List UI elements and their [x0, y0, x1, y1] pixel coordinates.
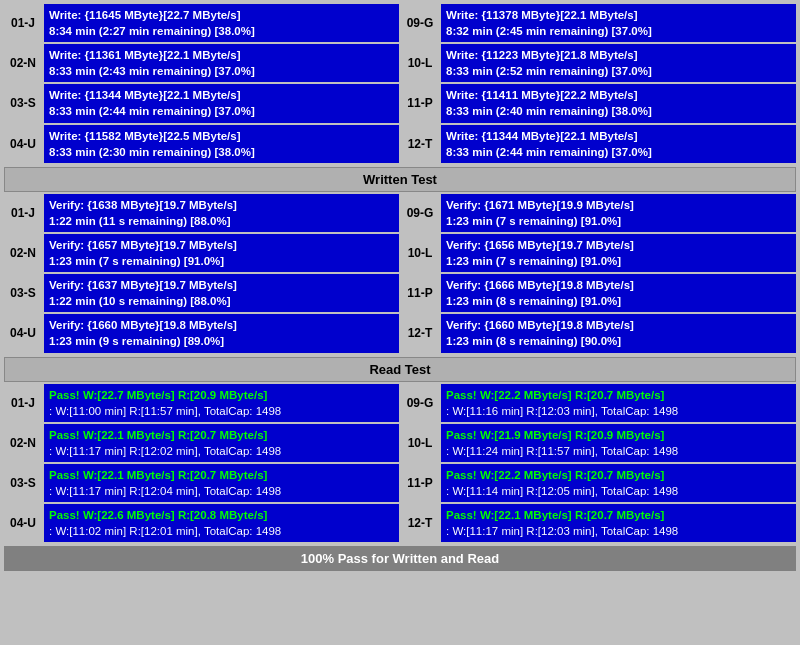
table-row: 04-UPass! W:[22.6 MByte/s] R:[20.8 MByte…: [4, 504, 796, 542]
cell-right: Verify: {1666 MByte}[19.8 MByte/s]1:23 m…: [441, 274, 796, 312]
cell-left: Pass! W:[22.7 MByte/s] R:[20.9 MByte/s]:…: [44, 384, 399, 422]
row-label-left: 01-J: [4, 4, 42, 42]
cell-left: Write: {11361 MByte}[22.1 MByte/s]8:33 m…: [44, 44, 399, 82]
table-row: 02-NPass! W:[22.1 MByte/s] R:[20.7 MByte…: [4, 424, 796, 462]
verify-section: 01-JVerify: {1638 MByte}[19.7 MByte/s]1:…: [4, 194, 796, 353]
cell-left: Pass! W:[22.1 MByte/s] R:[20.7 MByte/s]:…: [44, 464, 399, 502]
row-label-left: 02-N: [4, 424, 42, 462]
cell-left: Write: {11645 MByte}[22.7 MByte/s]8:34 m…: [44, 4, 399, 42]
cell-left: Verify: {1638 MByte}[19.7 MByte/s]1:22 m…: [44, 194, 399, 232]
row-label-left: 03-S: [4, 274, 42, 312]
cell-left: Pass! W:[22.1 MByte/s] R:[20.7 MByte/s]:…: [44, 424, 399, 462]
row-label-left: 02-N: [4, 44, 42, 82]
table-row: 03-SPass! W:[22.1 MByte/s] R:[20.7 MByte…: [4, 464, 796, 502]
cell-right: Pass! W:[22.2 MByte/s] R:[20.7 MByte/s]:…: [441, 464, 796, 502]
row-label-left: 04-U: [4, 125, 42, 163]
table-row: 01-JWrite: {11645 MByte}[22.7 MByte/s]8:…: [4, 4, 796, 42]
row-label-right: 11-P: [401, 84, 439, 122]
read-section: 01-JPass! W:[22.7 MByte/s] R:[20.9 MByte…: [4, 384, 796, 543]
cell-right: Verify: {1656 MByte}[19.7 MByte/s]1:23 m…: [441, 234, 796, 272]
row-label-right: 10-L: [401, 424, 439, 462]
cell-left: Verify: {1637 MByte}[19.7 MByte/s]1:22 m…: [44, 274, 399, 312]
row-label-left: 02-N: [4, 234, 42, 272]
cell-right: Verify: {1671 MByte}[19.9 MByte/s]1:23 m…: [441, 194, 796, 232]
cell-right: Pass! W:[22.1 MByte/s] R:[20.7 MByte/s]:…: [441, 504, 796, 542]
table-row: 03-SVerify: {1637 MByte}[19.7 MByte/s]1:…: [4, 274, 796, 312]
cell-right: Write: {11411 MByte}[22.2 MByte/s]8:33 m…: [441, 84, 796, 122]
row-label-right: 09-G: [401, 4, 439, 42]
write-section: 01-JWrite: {11645 MByte}[22.7 MByte/s]8:…: [4, 4, 796, 163]
table-row: 04-UVerify: {1660 MByte}[19.8 MByte/s]1:…: [4, 314, 796, 352]
row-label-left: 03-S: [4, 464, 42, 502]
row-label-right: 11-P: [401, 274, 439, 312]
cell-left: Pass! W:[22.6 MByte/s] R:[20.8 MByte/s]:…: [44, 504, 399, 542]
row-label-right: 09-G: [401, 194, 439, 232]
row-label-left: 03-S: [4, 84, 42, 122]
row-label-right: 10-L: [401, 44, 439, 82]
cell-right: Write: {11223 MByte}[21.8 MByte/s]8:33 m…: [441, 44, 796, 82]
table-row: 01-JVerify: {1638 MByte}[19.7 MByte/s]1:…: [4, 194, 796, 232]
cell-right: Pass! W:[21.9 MByte/s] R:[20.9 MByte/s]:…: [441, 424, 796, 462]
cell-left: Write: {11582 MByte}[22.5 MByte/s]8:33 m…: [44, 125, 399, 163]
row-label-right: 12-T: [401, 125, 439, 163]
row-label-left: 01-J: [4, 384, 42, 422]
table-row: 04-UWrite: {11582 MByte}[22.5 MByte/s]8:…: [4, 125, 796, 163]
row-label-right: 12-T: [401, 314, 439, 352]
footer-status: 100% Pass for Written and Read: [4, 546, 796, 571]
row-label-right: 09-G: [401, 384, 439, 422]
table-row: 01-JPass! W:[22.7 MByte/s] R:[20.9 MByte…: [4, 384, 796, 422]
row-label-right: 11-P: [401, 464, 439, 502]
row-label-left: 04-U: [4, 504, 42, 542]
cell-left: Write: {11344 MByte}[22.1 MByte/s]8:33 m…: [44, 84, 399, 122]
table-row: 03-SWrite: {11344 MByte}[22.1 MByte/s]8:…: [4, 84, 796, 122]
table-row: 02-NVerify: {1657 MByte}[19.7 MByte/s]1:…: [4, 234, 796, 272]
cell-right: Pass! W:[22.2 MByte/s] R:[20.7 MByte/s]:…: [441, 384, 796, 422]
row-label-left: 01-J: [4, 194, 42, 232]
cell-left: Verify: {1657 MByte}[19.7 MByte/s]1:23 m…: [44, 234, 399, 272]
cell-right: Write: {11378 MByte}[22.1 MByte/s]8:32 m…: [441, 4, 796, 42]
write-test-header: Written Test: [4, 167, 796, 192]
row-label-left: 04-U: [4, 314, 42, 352]
table-row: 02-NWrite: {11361 MByte}[22.1 MByte/s]8:…: [4, 44, 796, 82]
read-test-header: Read Test: [4, 357, 796, 382]
main-container: 01-JWrite: {11645 MByte}[22.7 MByte/s]8:…: [0, 0, 800, 575]
cell-right: Write: {11344 MByte}[22.1 MByte/s]8:33 m…: [441, 125, 796, 163]
cell-left: Verify: {1660 MByte}[19.8 MByte/s]1:23 m…: [44, 314, 399, 352]
cell-right: Verify: {1660 MByte}[19.8 MByte/s]1:23 m…: [441, 314, 796, 352]
row-label-right: 10-L: [401, 234, 439, 272]
row-label-right: 12-T: [401, 504, 439, 542]
